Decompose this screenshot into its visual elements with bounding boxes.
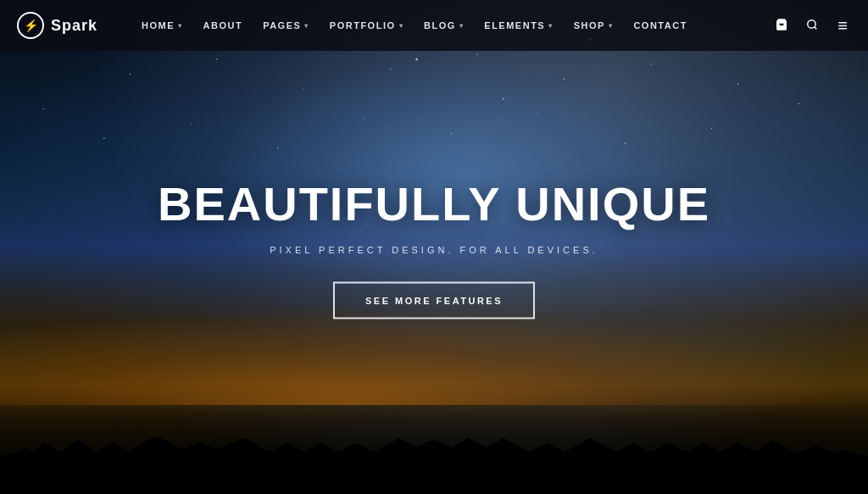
nav-item-home[interactable]: HOME ▾ xyxy=(131,0,193,51)
cart-icon[interactable] xyxy=(773,18,790,34)
chevron-down-icon: ▾ xyxy=(609,22,614,30)
nav-item-shop[interactable]: SHOP ▾ xyxy=(564,0,624,51)
nav-item-blog[interactable]: BLOG ▾ xyxy=(414,0,474,51)
navbar: ⚡ Spark HOME ▾ ABOUT PAGES ▾ PORTFOLIO ▾… xyxy=(0,0,868,51)
chevron-down-icon: ▾ xyxy=(178,22,183,30)
see-more-features-button[interactable]: SEE MORE FEATURES xyxy=(333,281,535,319)
logo-icon: ⚡ xyxy=(17,12,44,39)
hero-section: ⚡ Spark HOME ▾ ABOUT PAGES ▾ PORTFOLIO ▾… xyxy=(0,0,868,494)
chevron-down-icon: ▾ xyxy=(548,22,554,30)
hero-content: BEAUTIFULLY UNIQUE PIXEL PERFECT DESIGN.… xyxy=(158,175,710,319)
svg-point-0 xyxy=(808,19,815,27)
nav-item-elements[interactable]: ELEMENTS ▾ xyxy=(474,0,563,51)
menu-icon[interactable]: ≡ xyxy=(834,17,851,34)
nav-item-portfolio[interactable]: PORTFOLIO ▾ xyxy=(320,0,414,51)
nav-item-about[interactable]: ABOUT xyxy=(193,0,253,51)
horizon-glow-decoration xyxy=(0,306,868,405)
hero-subtitle: PIXEL PERFECT DESIGN. FOR ALL DEVICES. xyxy=(158,244,710,254)
nav-item-pages[interactable]: PAGES ▾ xyxy=(253,0,320,51)
search-icon[interactable] xyxy=(804,19,821,33)
svg-line-1 xyxy=(815,26,817,29)
chevron-down-icon: ▾ xyxy=(304,22,309,30)
nav-links: HOME ▾ ABOUT PAGES ▾ PORTFOLIO ▾ BLOG ▾ … xyxy=(131,0,773,51)
hero-title: BEAUTIFULLY UNIQUE xyxy=(158,175,710,230)
logo[interactable]: ⚡ Spark xyxy=(17,12,97,39)
chevron-down-icon: ▾ xyxy=(399,22,404,30)
landscape-silhouette xyxy=(0,401,868,494)
nav-icons: ≡ xyxy=(773,17,851,34)
logo-text: Spark xyxy=(51,17,97,35)
chevron-down-icon: ▾ xyxy=(459,22,465,30)
nav-item-contact[interactable]: CONTACT xyxy=(623,0,697,51)
